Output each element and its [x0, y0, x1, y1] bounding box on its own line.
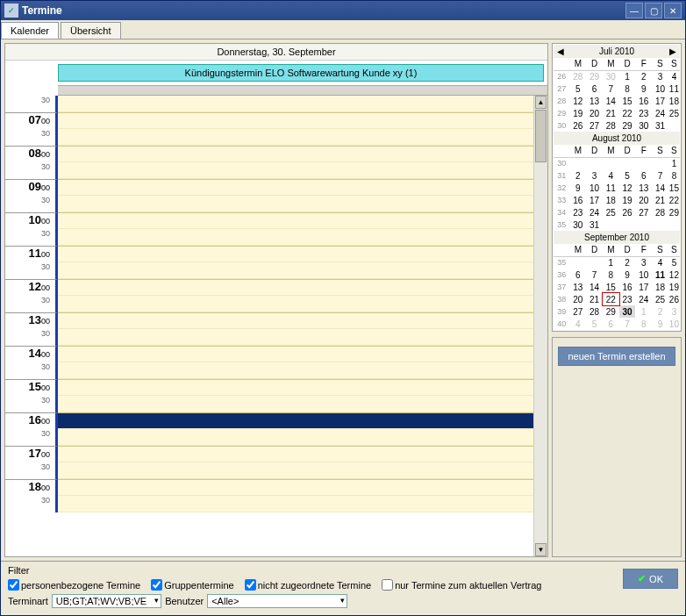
- calendar-day[interactable]: 4: [570, 318, 587, 330]
- calendar-day[interactable]: 9: [635, 82, 652, 95]
- vertical-scrollbar[interactable]: ▲ ▼: [533, 96, 547, 556]
- user-dropdown[interactable]: <Alle>: [207, 594, 347, 608]
- calendar-day[interactable]: 25: [652, 293, 668, 305]
- calendar-day[interactable]: 14: [603, 95, 619, 107]
- time-slot[interactable]: [58, 396, 547, 412]
- calendar-day[interactable]: 27: [635, 206, 652, 218]
- time-slot[interactable]: [58, 229, 547, 246]
- calendar-day[interactable]: 12: [619, 182, 636, 194]
- calendar-day[interactable]: 23: [619, 293, 636, 305]
- calendar-day[interactable]: 25: [603, 206, 619, 218]
- calendar-day[interactable]: 4: [668, 70, 680, 82]
- scroll-thumb[interactable]: [535, 110, 547, 162]
- calendar-day[interactable]: 6: [586, 82, 603, 95]
- calendar-day[interactable]: 21: [603, 107, 619, 119]
- tab-overview[interactable]: Übersicht: [61, 22, 120, 39]
- close-button[interactable]: ✕: [664, 3, 682, 18]
- calendar-day[interactable]: 22: [619, 107, 636, 119]
- time-slot[interactable]: [58, 429, 547, 446]
- calendar-day[interactable]: 17: [635, 281, 652, 293]
- calendar-day[interactable]: 31: [652, 119, 668, 132]
- calendar-day[interactable]: 22: [668, 194, 680, 206]
- time-slot[interactable]: [58, 496, 547, 512]
- calendar-day[interactable]: 29: [668, 206, 680, 218]
- time-slot[interactable]: [58, 296, 547, 312]
- time-slot[interactable]: [58, 312, 547, 329]
- calendar-day[interactable]: 21: [586, 293, 603, 305]
- time-slot[interactable]: [58, 346, 547, 362]
- calendar-day[interactable]: 4: [652, 256, 668, 269]
- new-appointment-button[interactable]: neuen Termin erstellen: [558, 347, 675, 366]
- calendar-day[interactable]: 30: [635, 119, 652, 132]
- calendar-day[interactable]: 2: [619, 256, 636, 269]
- calendar-day[interactable]: 8: [619, 82, 636, 95]
- checkbox-unassigned[interactable]: nicht zugeordnete Termine: [245, 579, 371, 591]
- minimize-button[interactable]: —: [625, 3, 643, 18]
- calendar-day[interactable]: 10: [668, 318, 680, 330]
- calendar-day[interactable]: 5: [668, 256, 680, 269]
- time-slot[interactable]: [58, 129, 547, 146]
- calendar-day[interactable]: 20: [635, 194, 652, 206]
- scroll-up-icon[interactable]: ▲: [535, 96, 547, 109]
- calendar-day[interactable]: 28: [603, 119, 619, 132]
- calendar-day[interactable]: 18: [652, 281, 668, 293]
- calendar-day[interactable]: 17: [652, 95, 668, 107]
- calendar-day[interactable]: 7: [652, 169, 668, 182]
- calendar-day[interactable]: 28: [570, 70, 587, 82]
- calendar-day[interactable]: 2: [635, 70, 652, 82]
- calendar-day[interactable]: 6: [570, 269, 587, 281]
- calendar-day[interactable]: 18: [603, 194, 619, 206]
- calendar-day[interactable]: 1: [603, 256, 619, 269]
- next-month-icon[interactable]: ▶: [668, 47, 678, 56]
- calendar-day[interactable]: 27: [570, 305, 587, 318]
- calendar-day[interactable]: 27: [586, 119, 603, 132]
- time-slot[interactable]: [58, 212, 547, 229]
- calendar-day[interactable]: 3: [586, 169, 603, 182]
- calendar-day[interactable]: 2: [652, 305, 668, 318]
- calendar-day[interactable]: 16: [570, 194, 587, 206]
- calendar-day[interactable]: 28: [586, 305, 603, 318]
- calendar-day[interactable]: 3: [652, 70, 668, 82]
- calendar-day[interactable]: 25: [668, 107, 680, 119]
- calendar-day[interactable]: 7: [603, 82, 619, 95]
- calendar-day[interactable]: 24: [652, 107, 668, 119]
- calendar-day[interactable]: 23: [635, 107, 652, 119]
- calendar-day[interactable]: 13: [570, 281, 587, 293]
- calendar-day[interactable]: 28: [652, 206, 668, 218]
- time-slot[interactable]: [58, 329, 547, 346]
- calendar-day[interactable]: 8: [668, 169, 680, 182]
- time-slot[interactable]: [58, 412, 547, 429]
- calendar-day[interactable]: 5: [586, 318, 603, 330]
- calendar-day[interactable]: 8: [603, 269, 619, 281]
- calendar-day[interactable]: 5: [570, 82, 587, 95]
- time-slot[interactable]: [58, 379, 547, 396]
- calendar-day[interactable]: 26: [570, 119, 587, 132]
- calendar-day[interactable]: 10: [652, 82, 668, 95]
- calendar-day[interactable]: 26: [668, 293, 680, 305]
- calendar-day[interactable]: 31: [586, 218, 603, 231]
- calendar-day[interactable]: 16: [619, 281, 636, 293]
- calendar-day[interactable]: 9: [619, 269, 636, 281]
- checkbox-contract-only[interactable]: nur Termine zum aktuellen Vertrag: [382, 579, 541, 591]
- calendar-day[interactable]: 17: [586, 194, 603, 206]
- time-slot[interactable]: [58, 462, 547, 479]
- time-slot[interactable]: [58, 162, 547, 179]
- scroll-down-icon[interactable]: ▼: [535, 543, 547, 556]
- calendar-day[interactable]: 19: [619, 194, 636, 206]
- calendar-day[interactable]: 11: [652, 269, 668, 281]
- calendar-day[interactable]: 5: [619, 169, 636, 182]
- calendar-day[interactable]: 13: [586, 95, 603, 107]
- calendar-day[interactable]: 8: [635, 318, 652, 330]
- calendar-day[interactable]: 3: [635, 256, 652, 269]
- calendar-day[interactable]: 15: [619, 95, 636, 107]
- calendar-day[interactable]: 29: [619, 119, 636, 132]
- maximize-button[interactable]: ▢: [645, 3, 662, 18]
- time-slot[interactable]: [58, 479, 547, 496]
- calendar-day[interactable]: 9: [652, 318, 668, 330]
- calendar-day[interactable]: 20: [570, 293, 587, 305]
- type-dropdown[interactable]: UB;GT;AT;WV;VB;VE: [52, 594, 161, 608]
- checkbox-group[interactable]: Gruppentermine: [151, 579, 234, 591]
- calendar-day[interactable]: 18: [668, 95, 680, 107]
- calendar-day[interactable]: 1: [668, 157, 680, 169]
- calendar-day[interactable]: 30: [619, 305, 636, 318]
